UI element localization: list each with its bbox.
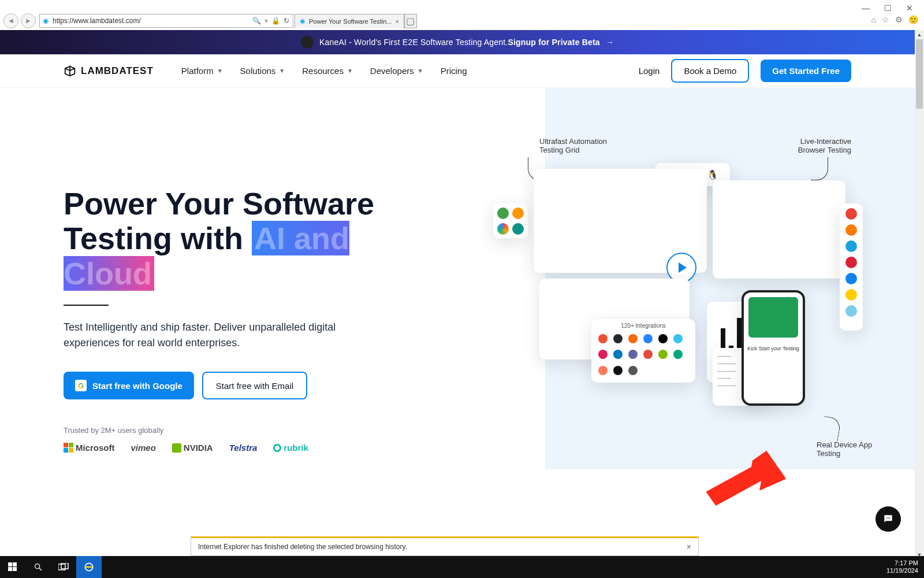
playwright-icon	[497, 223, 509, 235]
forward-button[interactable]: ►	[21, 13, 36, 28]
annotation-arrow-icon	[705, 439, 785, 520]
intg-icon	[658, 334, 668, 343]
ie-icon	[83, 561, 95, 573]
nav-pricing[interactable]: Pricing	[441, 66, 467, 76]
url-input[interactable]	[51, 17, 249, 25]
notification-close-icon[interactable]: ×	[687, 542, 691, 551]
book-demo-button[interactable]: Book a Demo	[671, 59, 749, 83]
integrations-card: 120+ Integrations	[591, 319, 695, 383]
start-email-button[interactable]: Start free with Email	[202, 372, 307, 399]
site-header: LAMBDATEST Platform▼ Solutions▼ Resource…	[0, 54, 915, 88]
taskbar-search-button[interactable]	[25, 556, 51, 578]
google-icon: G	[75, 380, 87, 391]
chat-icon	[882, 513, 894, 525]
divider	[64, 305, 109, 306]
intg-icon	[613, 350, 623, 359]
trusted-text: Trusted by 2M+ users globally	[64, 426, 410, 435]
intg-icon	[613, 334, 623, 343]
dashboard-panel-2	[713, 180, 845, 279]
svg-point-8	[35, 564, 40, 569]
window-close[interactable]: ✕	[906, 4, 914, 12]
new-tab-button[interactable]: ▢	[404, 14, 417, 28]
theater-icon	[512, 223, 524, 235]
chevron-down-icon: ▼	[347, 68, 353, 74]
clock-date: 11/19/2024	[886, 567, 918, 575]
svg-line-9	[39, 568, 42, 570]
notification-text: Internet Explorer has finished deleting …	[198, 543, 407, 551]
hero-lead: Test Intelligently and ship faster. Deli…	[64, 320, 341, 351]
nav-developers[interactable]: Developers▼	[370, 66, 423, 76]
lock-icon: 🔒	[271, 17, 280, 25]
windows-taskbar: 7:17 PM 11/19/2024	[0, 556, 924, 578]
chevron-down-icon: ▼	[217, 68, 223, 74]
intg-icon	[673, 334, 683, 343]
window-minimize[interactable]: —	[862, 4, 870, 12]
chevron-down-icon: ▼	[418, 68, 423, 74]
svg-point-1	[886, 518, 888, 519]
firefox-icon	[845, 224, 857, 236]
svg-point-2	[888, 518, 889, 519]
start-google-button[interactable]: G Start free with Google	[64, 372, 194, 399]
svg-marker-0	[705, 442, 785, 517]
tools-icon[interactable]: ⚙	[895, 15, 903, 24]
favorites-icon[interactable]: ☆	[882, 15, 889, 24]
hero-illustration: Ultrafast Automation Testing Grid Live-I…	[493, 157, 845, 423]
taskbar-ie-button[interactable]	[76, 556, 102, 578]
refresh-icon[interactable]: ↻	[284, 17, 289, 25]
search-icon	[33, 562, 43, 572]
chat-widget-button[interactable]	[875, 506, 901, 532]
window-maximize[interactable]: ☐	[884, 4, 892, 12]
intg-icon	[598, 366, 608, 375]
nav-resources[interactable]: Resources▼	[302, 66, 353, 76]
ie-icon	[845, 305, 857, 317]
intg-icon	[613, 366, 623, 375]
nav-solutions[interactable]: Solutions▼	[240, 66, 285, 76]
address-bar[interactable]: ◉ 🔍 ▾ 🔒 ↻	[39, 14, 293, 28]
svg-rect-6	[8, 567, 12, 571]
feedback-icon[interactable]: 🙂	[908, 15, 918, 24]
svg-rect-7	[13, 567, 17, 571]
ie-notification-bar: Internet Explorer has finished deleting …	[191, 536, 699, 556]
logo-telstra: Telstra	[229, 443, 258, 453]
opera-icon	[845, 257, 857, 268]
announcement-cta[interactable]: Signup for Private Beta	[508, 38, 599, 47]
arrow-curve-icon	[811, 157, 828, 180]
agent-icon	[301, 36, 314, 49]
intg-icon	[628, 366, 638, 375]
svg-rect-5	[13, 562, 17, 566]
start-button[interactable]	[0, 556, 25, 578]
vertical-scrollbar[interactable]: ▲ ▼	[915, 30, 924, 560]
brand-logo[interactable]: LAMBDATEST	[64, 65, 154, 77]
label-ultrafast: Ultrafast Automation Testing Grid	[539, 137, 609, 154]
back-button[interactable]: ◄	[3, 13, 18, 28]
scroll-thumb[interactable]	[916, 39, 923, 109]
intg-icon	[628, 350, 638, 359]
site-favicon: ◉	[40, 17, 51, 25]
get-started-button[interactable]: Get Started Free	[761, 60, 851, 82]
logo-text: LAMBDATEST	[81, 65, 154, 77]
browsers-card	[840, 203, 863, 331]
task-view-button[interactable]	[51, 556, 76, 578]
phone-text: Kick Start your Testing	[744, 342, 803, 355]
logo-rubrik: rubrik	[273, 443, 308, 453]
tab-close-icon[interactable]: ×	[396, 18, 399, 25]
intg-icon	[598, 350, 608, 359]
label-realdevice: Real Device App Testing	[817, 440, 874, 458]
intg-icon	[643, 350, 653, 359]
login-link[interactable]: Login	[639, 66, 660, 76]
logo-mark-icon	[64, 65, 76, 77]
home-icon[interactable]: ⌂	[871, 15, 876, 24]
logo-nvidia: NVIDIA	[172, 443, 213, 453]
tab-title: Power Your Software Testin...	[309, 18, 392, 25]
search-icon[interactable]: 🔍	[252, 17, 261, 25]
browser-tab[interactable]: ◉ Power Your Software Testin... ×	[295, 14, 404, 28]
windows-icon	[8, 562, 17, 572]
announcement-bar[interactable]: KaneAI - World's First E2E Software Test…	[0, 30, 915, 54]
label-live: Live-Interactive Browser Testing	[788, 137, 851, 154]
safari-icon	[845, 273, 857, 284]
scroll-up-icon[interactable]: ▲	[915, 30, 924, 39]
bolt-icon	[512, 208, 524, 219]
svg-rect-4	[8, 562, 12, 566]
nav-platform[interactable]: Platform▼	[181, 66, 223, 76]
selenium-icon	[497, 208, 509, 219]
